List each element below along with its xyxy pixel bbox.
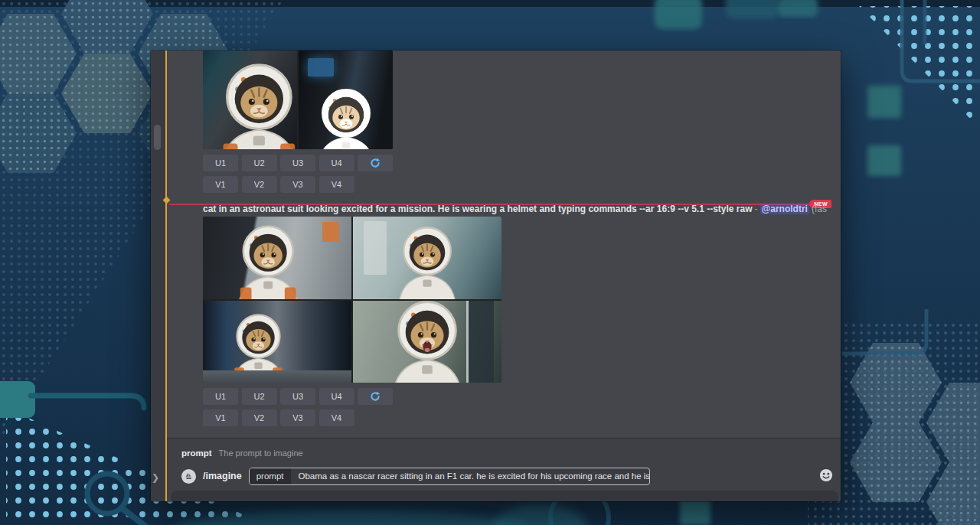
emoji-smile-icon xyxy=(819,468,833,482)
scrollbar-thumb[interactable] xyxy=(154,125,161,150)
option-hint-row: prompt The prompt to imagine xyxy=(181,448,303,458)
discord-window: U1 U2 U3 U4 V1 V2 V3 V4 NEW cat in an xyxy=(151,51,841,501)
variation-row-1: V1 V2 V3 V4 xyxy=(203,176,354,193)
upscale-button-u4[interactable]: U4 xyxy=(319,388,354,405)
user-mention[interactable]: @arnoldtri xyxy=(760,204,809,214)
upscale-button-u1[interactable]: U1 xyxy=(203,155,238,171)
prompt-separator: - xyxy=(755,204,758,214)
option-name: prompt xyxy=(181,448,212,458)
variation-button-v2[interactable]: V2 xyxy=(242,176,277,193)
variation-button-v4[interactable]: V4 xyxy=(319,409,354,426)
cat-astronaut-art xyxy=(384,301,470,383)
upscale-button-u3[interactable]: U3 xyxy=(280,388,315,405)
speed-mode-label: (fast) xyxy=(812,204,827,214)
generated-image-1[interactable] xyxy=(203,217,351,299)
midjourney-image-partial[interactable] xyxy=(203,51,393,149)
generated-image-right[interactable] xyxy=(299,51,393,149)
prompt-param-chip: prompt xyxy=(250,468,291,484)
cat-astronaut-art xyxy=(226,308,291,383)
scrollbar-track[interactable] xyxy=(151,51,165,501)
refresh-icon xyxy=(370,158,381,168)
chevron-right-icon: ❯ xyxy=(152,472,159,483)
generated-image-left[interactable] xyxy=(203,51,297,149)
variation-button-v3[interactable]: V3 xyxy=(280,176,315,193)
cat-astronaut-art xyxy=(391,220,462,299)
cat-astronaut-art xyxy=(230,218,305,299)
upscale-row-2: U1 U2 U3 U4 xyxy=(203,388,393,405)
rerun-button[interactable] xyxy=(358,155,393,171)
prompt-input-value: Obama as a nascar racer sitting in an F1… xyxy=(299,471,649,481)
option-description: The prompt to imagine xyxy=(219,448,303,458)
slash-command-row: /imagine prompt Obama as a nascar racer … xyxy=(181,465,830,487)
desktop-background: U1 U2 U3 U4 V1 V2 V3 V4 NEW cat in an xyxy=(0,0,980,525)
cat-astronaut-art xyxy=(211,54,297,149)
cat-astronaut-art xyxy=(310,82,381,149)
unread-marker-line xyxy=(165,51,167,501)
variation-button-v2[interactable]: V2 xyxy=(242,409,277,426)
variation-button-v4[interactable]: V4 xyxy=(319,176,354,193)
midjourney-image-grid[interactable] xyxy=(203,217,501,383)
upscale-button-u4[interactable]: U4 xyxy=(319,155,354,171)
variation-button-v3[interactable]: V3 xyxy=(280,409,315,426)
upscale-row-1: U1 U2 U3 U4 xyxy=(203,155,393,171)
variation-row-2: V1 V2 V3 V4 xyxy=(203,409,354,426)
prompt-bold-text: cat in an astronaut suit looking excited… xyxy=(203,204,753,214)
upscale-button-u2[interactable]: U2 xyxy=(242,388,277,405)
message-prompt-text: cat in an astronaut suit looking excited… xyxy=(203,204,827,214)
variation-button-v1[interactable]: V1 xyxy=(203,409,238,426)
rerun-button[interactable] xyxy=(358,388,393,405)
sailboat-icon xyxy=(184,471,194,481)
upscale-button-u3[interactable]: U3 xyxy=(280,155,315,171)
variation-button-v1[interactable]: V1 xyxy=(203,176,238,193)
emoji-picker-button[interactable] xyxy=(819,468,833,482)
generated-image-4[interactable] xyxy=(353,301,501,383)
midjourney-bot-avatar xyxy=(181,469,196,484)
upscale-button-u2[interactable]: U2 xyxy=(242,155,277,171)
upscale-button-u1[interactable]: U1 xyxy=(203,388,238,405)
imagine-command-label: /imagine xyxy=(203,471,242,481)
generated-image-2[interactable] xyxy=(353,217,501,299)
message-composer-edge[interactable] xyxy=(171,491,838,501)
generated-image-3[interactable] xyxy=(203,301,351,383)
prompt-input[interactable]: prompt Obama as a nascar racer sitting i… xyxy=(249,468,650,485)
refresh-icon xyxy=(370,391,381,402)
